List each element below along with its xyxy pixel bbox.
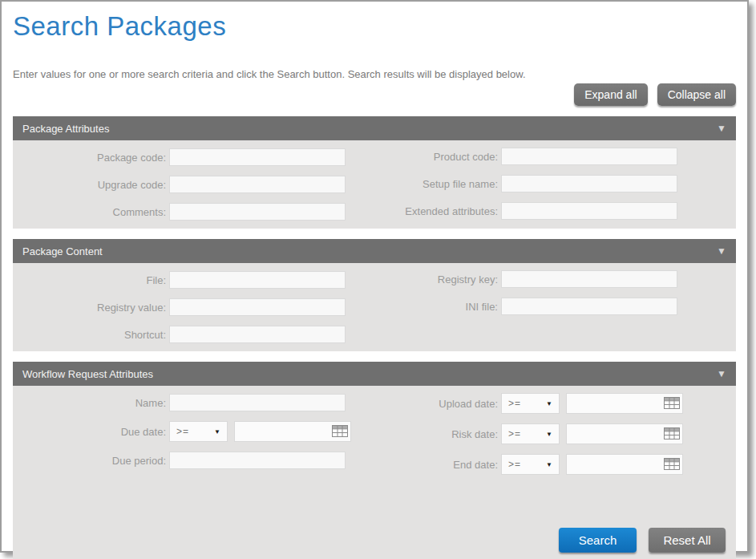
section-body-package-attributes: Package code: Upgrade code: Comments: [13,140,736,229]
toolbar: Expand all Collapse all [13,83,736,106]
form-row: Upload date: >= ▼ [374,393,736,414]
field-label: Name: [13,397,169,409]
section-header-package-content[interactable]: Package Content ▼ [13,239,736,263]
operator-value: >= [508,459,521,470]
field-label: Setup file name: [374,178,501,190]
end-date-operator-select[interactable]: >= ▼ [501,454,560,475]
end-date-input[interactable] [566,454,683,475]
page-description: Enter values for one or more search crit… [13,68,736,80]
form-row: Extended attributes: [374,202,736,220]
field-label: Upload date: [374,398,501,410]
risk-date-input[interactable] [566,423,683,444]
form-row: Registry value: [13,298,374,316]
field-label: Package code: [13,152,169,164]
field-label: Due period: [13,455,169,467]
section-body-workflow-request-attributes: Name: Due date: >= ▼ [13,386,736,559]
form-row: Name: [13,394,374,411]
field-label: Upgrade code: [13,179,169,191]
field-label: Product code: [374,151,501,163]
calendar-icon[interactable] [332,425,348,437]
shortcut-input[interactable] [169,326,346,343]
chevron-down-icon[interactable]: ▼ [717,123,726,134]
section-package-content: Package Content ▼ File: Registry value: [13,239,736,351]
operator-value: >= [176,426,189,437]
risk-date-filter: >= ▼ [501,423,683,444]
field-label: Registry value: [13,302,169,314]
dropdown-arrow-icon: ▼ [546,431,552,438]
operator-value: >= [508,398,521,409]
name-input[interactable] [169,394,346,411]
expand-all-button[interactable]: Expand all [574,83,647,106]
due-date-filter: >= ▼ [169,421,351,442]
upload-date-filter: >= ▼ [501,393,683,414]
upgrade-code-input[interactable] [169,176,346,193]
form-row: End date: >= ▼ [374,454,736,475]
field-label: Shortcut: [13,329,169,341]
section-title: Workflow Request Attributes [22,368,153,380]
file-input[interactable] [169,271,346,289]
search-packages-window: Search Packages Enter values for one or … [0,0,749,553]
section-title: Package Content [22,245,103,257]
form-row: Comments: [13,203,374,221]
field-label: Registry key: [374,273,501,286]
form-row: Due date: >= ▼ [13,421,374,442]
section-package-attributes: Package Attributes ▼ Package code: Upgra… [13,116,736,229]
due-period-input[interactable] [169,452,346,469]
search-button[interactable]: Search [559,528,637,553]
form-row: Setup file name: [374,175,736,192]
field-label: Comments: [13,206,169,218]
reset-all-button[interactable]: Reset All [649,528,726,553]
due-date-operator-select[interactable]: >= ▼ [169,421,228,442]
chevron-down-icon[interactable]: ▼ [717,368,726,379]
actions-row: Search Reset All [13,483,736,559]
form-row: Product code: [374,148,736,165]
section-header-package-attributes[interactable]: Package Attributes ▼ [13,116,736,140]
section-workflow-request-attributes: Workflow Request Attributes ▼ Name: Due … [13,362,736,559]
form-row: Due period: [13,452,374,469]
ini-file-input[interactable] [501,298,677,315]
section-body-package-content: File: Registry value: Shortcut: [13,263,736,351]
operator-value: >= [508,428,521,440]
field-label: INI file: [374,301,501,313]
end-date-filter: >= ▼ [501,454,683,475]
form-row: Shortcut: [13,326,374,343]
comments-input[interactable] [169,203,346,221]
section-header-workflow-request-attributes[interactable]: Workflow Request Attributes ▼ [13,362,736,386]
field-label: Due date: [13,426,169,438]
upload-date-input[interactable] [566,393,683,414]
calendar-icon[interactable] [664,427,680,440]
form-row: Upgrade code: [13,176,374,193]
registry-value-input[interactable] [169,298,346,316]
page-title: Search Packages [13,11,736,42]
product-code-input[interactable] [501,148,677,165]
calendar-icon[interactable] [664,458,680,470]
setup-file-name-input[interactable] [501,175,677,192]
field-label: Extended attributes: [374,205,501,217]
field-label: Risk date: [374,428,501,440]
form-row: File: [13,271,374,289]
form-row: Registry key: [374,270,736,288]
form-row: INI file: [374,298,736,315]
extended-attributes-input[interactable] [501,202,677,220]
dropdown-arrow-icon: ▼ [546,461,552,468]
risk-date-operator-select[interactable]: >= ▼ [501,423,560,444]
field-label: File: [13,274,169,286]
package-code-input[interactable] [169,148,346,166]
due-date-input[interactable] [234,421,351,442]
chevron-down-icon[interactable]: ▼ [717,245,726,257]
form-row: Package code: [13,148,374,166]
collapse-all-button[interactable]: Collapse all [657,83,736,106]
calendar-icon[interactable] [664,397,680,409]
upload-date-operator-select[interactable]: >= ▼ [501,393,560,414]
form-row: Risk date: >= ▼ [374,423,736,444]
field-label: End date: [374,459,501,471]
dropdown-arrow-icon: ▼ [546,400,552,407]
section-title: Package Attributes [22,123,109,135]
dropdown-arrow-icon: ▼ [214,428,220,435]
registry-key-input[interactable] [501,270,677,288]
